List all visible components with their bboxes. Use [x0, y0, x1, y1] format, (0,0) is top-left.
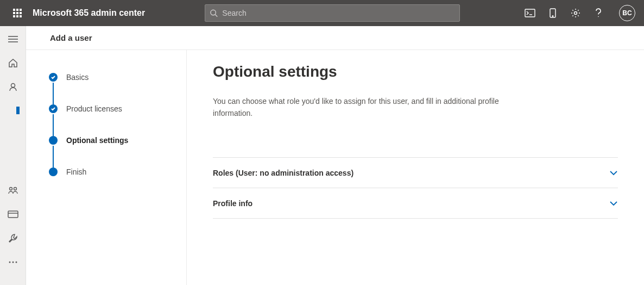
accordion-roles-label: Roles (User: no administration access) — [213, 169, 353, 177]
svg-point-20 — [11, 84, 15, 88]
top-bar: Microsoft 365 admin center BC — [0, 0, 644, 26]
svg-line-10 — [216, 15, 218, 17]
svg-point-26 — [12, 262, 14, 263]
svg-rect-2 — [20, 9, 22, 11]
svg-rect-4 — [16, 12, 18, 14]
nav-users-icon[interactable] — [0, 75, 26, 99]
svg-rect-6 — [13, 15, 15, 17]
svg-point-21 — [9, 188, 12, 190]
search-box[interactable] — [205, 4, 460, 22]
svg-point-9 — [211, 10, 216, 15]
svg-rect-5 — [20, 12, 22, 14]
svg-rect-0 — [13, 9, 15, 11]
svg-point-27 — [15, 262, 17, 263]
step-optional-settings[interactable]: Optional settings — [49, 136, 170, 145]
nav-groups-icon[interactable] — [0, 178, 26, 202]
step-finish[interactable]: Finish — [49, 168, 170, 176]
step-label: Basics — [66, 73, 89, 82]
search-icon — [210, 9, 218, 17]
shell-icon[interactable] — [523, 7, 536, 20]
user-avatar[interactable]: BC — [619, 5, 635, 21]
svg-rect-11 — [525, 9, 535, 17]
accordion-profile-label: Profile info — [213, 199, 252, 208]
upcoming-step-icon — [49, 168, 58, 176]
accordion-profile-info[interactable]: Profile info — [213, 188, 618, 219]
svg-point-15 — [574, 12, 577, 15]
nav-active-indicator — [0, 99, 26, 123]
mobile-icon[interactable] — [546, 7, 559, 20]
step-basics[interactable]: Basics — [49, 73, 170, 82]
nav-home-icon[interactable] — [0, 51, 26, 75]
svg-rect-7 — [16, 15, 18, 17]
svg-rect-8 — [20, 15, 22, 17]
svg-point-14 — [552, 16, 553, 17]
panel-title: Add a user — [26, 26, 644, 50]
step-label: Optional settings — [66, 136, 128, 145]
chevron-down-icon — [609, 199, 618, 208]
accordion-roles[interactable]: Roles (User: no administration access) — [213, 158, 618, 188]
nav-billing-icon[interactable] — [0, 202, 26, 226]
step-label: Finish — [66, 168, 86, 176]
step-product-licenses[interactable]: Product licenses — [49, 104, 170, 113]
chevron-down-icon — [609, 168, 618, 178]
search-input[interactable] — [222, 9, 455, 17]
current-step-icon — [49, 136, 58, 145]
svg-rect-23 — [8, 211, 18, 218]
page-description: You can choose what role you'd like to a… — [213, 96, 506, 119]
check-icon — [49, 104, 58, 113]
app-launcher-icon[interactable] — [4, 9, 30, 17]
svg-point-16 — [598, 16, 599, 17]
help-icon[interactable] — [592, 7, 605, 20]
step-label: Product licenses — [66, 104, 122, 113]
left-nav-rail — [0, 26, 26, 285]
nav-collapse-icon[interactable] — [0, 27, 26, 51]
nav-setup-icon[interactable] — [0, 226, 26, 250]
nav-more-icon[interactable] — [0, 250, 26, 274]
svg-rect-3 — [13, 12, 15, 14]
svg-point-25 — [9, 262, 10, 263]
svg-point-22 — [14, 188, 16, 190]
page-heading: Optional settings — [213, 63, 618, 80]
settings-icon[interactable] — [569, 7, 582, 20]
wizard-stepper: Basics Product licenses Optional setting… — [26, 50, 187, 285]
svg-rect-1 — [16, 9, 18, 11]
app-title: Microsoft 365 admin center — [33, 8, 145, 18]
check-icon — [49, 73, 58, 82]
